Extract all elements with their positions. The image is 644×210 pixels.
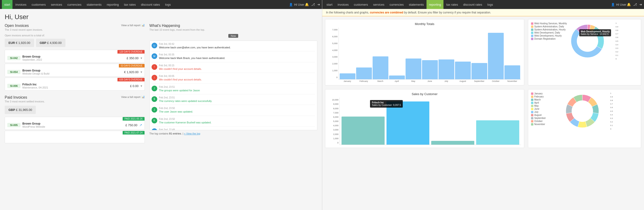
customer-bar[interactable] — [476, 120, 519, 145]
log-content: Feb 3rd, 00:35 Welcome back Mark Brack, … — [159, 53, 315, 60]
log-text: Welcome back user@alive.com, you have be… — [159, 46, 315, 49]
invoice-company-si006: Fritsch Inc — [22, 83, 116, 86]
nav-icons-right: 🔔 ⎇ ➜ — [627, 3, 642, 6]
monthly-legend-item: October — [531, 120, 562, 123]
monthly-legend-item: June — [531, 108, 562, 110]
monthly-bar[interactable] — [504, 65, 520, 79]
monthly-bar-chart[interactable] — [338, 28, 521, 79]
monthly-legend-item: August — [531, 114, 562, 116]
nav-invoices-right[interactable]: invoices — [335, 0, 351, 9]
customer-bar-chart[interactable] — [340, 98, 521, 145]
monthly-bar-label: February — [356, 80, 372, 82]
nav-invoices-left[interactable]: invoices — [13, 0, 29, 9]
nav-statements-left[interactable]: statements — [84, 0, 104, 9]
nav-discountrates-left[interactable]: discount rates — [139, 0, 162, 9]
paid-invoices-view-full[interactable]: View a full report 📊 — [121, 95, 145, 98]
nav-logs-right[interactable]: logs — [485, 0, 496, 9]
logout-icon-left[interactable]: ➜ — [317, 3, 320, 6]
service-legend-item: Web Development, Daily — [531, 31, 567, 34]
total-eur: EUR € 1,920.00 — [5, 39, 34, 47]
logout-icon-right[interactable]: ➜ — [639, 3, 642, 6]
share-icon-right[interactable]: ⎇ — [633, 3, 637, 6]
overdue-badge-si006: 635 DAYS OVERDUE — [118, 78, 144, 81]
invoice-amount-si042: £ 350.00 — [118, 56, 139, 60]
log-text: The customer Kameron Bushell was updated… — [159, 121, 315, 124]
page-title: Hi, User — [0, 9, 322, 24]
user-icon-right: 👤 — [611, 3, 615, 6]
log-container[interactable]: U Feb 3rd, 00:42 Welcome back user@alive… — [150, 41, 317, 130]
nav-customers-right[interactable]: customers — [352, 0, 370, 9]
log-content: Feb 2nd, 23:51 The groups were updated f… — [159, 86, 315, 92]
nav-statements-right[interactable]: statements — [406, 0, 426, 9]
customer-chart-title: Sales by Customer — [328, 92, 521, 96]
nav-services-left[interactable]: services — [48, 0, 64, 9]
right-nav: start invoices customers services curren… — [322, 0, 644, 9]
monthly-bar[interactable] — [488, 33, 504, 79]
log-time: Feb 3rd, 00:15 — [159, 64, 315, 67]
log-avatar: J — [152, 107, 157, 113]
monthly-bar[interactable] — [438, 59, 454, 79]
invoice-si005: PAID 2021-05-26 SI-005 Brown Group WordP… — [5, 117, 145, 130]
log-text: The groups were updated for Jason — [159, 89, 315, 92]
customer-bar[interactable] — [386, 101, 430, 145]
nav-customers-left[interactable]: customers — [29, 0, 48, 9]
overdue-badge-si054: 53 DAYS OVERDUE — [119, 64, 144, 67]
open-invoices-view-full[interactable]: View a full report 📊 — [121, 24, 145, 27]
monthly-bar[interactable] — [372, 56, 388, 79]
log-text: The user Jason was updated. — [159, 110, 315, 114]
invoice-id-si005[interactable]: SI-005 — [7, 123, 20, 127]
nav-discountrates-right[interactable]: discount rates — [461, 0, 485, 9]
monthly-bar[interactable] — [356, 67, 372, 79]
log-avatar: J — [152, 128, 157, 130]
invoice-chevron-si042[interactable]: ▾ — [140, 56, 142, 60]
invoice-id-si042[interactable]: SI-042 — [7, 56, 20, 60]
monthly-bar[interactable] — [340, 73, 356, 79]
invoice-company-si042: Brown Group — [22, 55, 116, 58]
customer-tooltip: Fritsch Inc Sales by Customer: 9,097.5 — [370, 100, 403, 108]
monthly-bar[interactable] — [422, 60, 438, 79]
total-gbp-paid: GBP £ 31,965.00 — [5, 106, 36, 114]
service-legend-item: Web Development, Hourly — [531, 34, 567, 37]
bell-icon-right[interactable]: 🔔 — [627, 3, 631, 6]
share-icon-left[interactable]: ⎇ — [311, 3, 315, 6]
now-badge: Now — [228, 34, 238, 38]
customer-bar[interactable] — [431, 141, 474, 145]
nav-currencies-left[interactable]: currencies — [65, 0, 84, 9]
log-entry: ! Feb 3rd, 00:05 We couldn't find your a… — [152, 75, 315, 83]
charts-bottom-row: Sales by Customer 0 1,000 2,000 3,000 4,… — [325, 89, 641, 148]
monthly-bar-label: July — [438, 80, 454, 82]
invoice-chevron-si054[interactable]: ▾ — [140, 70, 142, 74]
invoice-desc-si006: Maintenance, 04-2021 — [22, 86, 116, 89]
paid-invoices-title: Paid Invoices — [5, 95, 45, 99]
log-time: Feb 2nd, 22:49 — [159, 128, 315, 130]
invoice-id-si006[interactable]: SI-006 — [7, 84, 20, 88]
log-entry: K Feb 2nd, 23:50 The customer Kameron Bu… — [152, 118, 315, 127]
invoice-link-si005[interactable]: ↗ — [139, 123, 142, 127]
nav-services-right[interactable]: services — [371, 0, 387, 9]
monthly-bar[interactable] — [406, 59, 421, 79]
invoice-id-si054[interactable]: SI-054 — [7, 70, 20, 74]
nav-reporting-right[interactable]: reporting — [426, 0, 443, 9]
nav-start-left[interactable]: start — [2, 0, 12, 9]
bell-icon-left[interactable]: 🔔 — [305, 3, 309, 6]
monthly-bar[interactable] — [472, 63, 487, 79]
nav-start-right[interactable]: start — [324, 0, 335, 9]
monthly-bar[interactable] — [455, 62, 471, 79]
nav-currencies-right[interactable]: currencies — [387, 0, 406, 9]
nav-taxrates-left[interactable]: tax rates — [122, 0, 138, 9]
nav-reporting-left[interactable]: reporting — [104, 0, 121, 9]
monthly-bar-label: October — [488, 80, 504, 82]
nav-taxrates-right[interactable]: tax rates — [444, 0, 460, 9]
monthly-bar[interactable] — [389, 75, 405, 79]
service-legend: Web Hosting Services, MonthlySystem Admi… — [531, 22, 567, 40]
invoice-chevron-si006[interactable]: ▾ — [140, 84, 142, 88]
monthly-legend-item: May — [531, 104, 562, 107]
charts-top-row: Monthly Totals 0 1,000 2,000 3,000 4,000… — [325, 19, 641, 85]
customer-bar[interactable] — [342, 117, 384, 145]
monthly-legend-item: July — [531, 111, 562, 113]
view-log-link[interactable]: » View the log — [184, 132, 200, 135]
chart-icon-paid: 📊 — [142, 95, 145, 98]
nav-logs-left[interactable]: logs — [163, 0, 173, 9]
service-legend-item: System Administration, Daily — [531, 25, 567, 28]
paid-badge-si003: PAID 2021-07-24 — [123, 131, 144, 135]
